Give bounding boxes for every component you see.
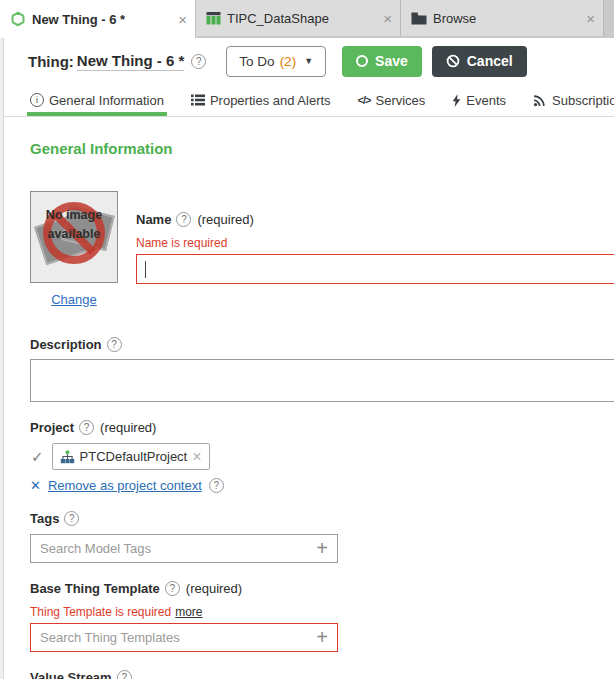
value-stream-label: Value Stream bbox=[30, 670, 112, 679]
name-field-wrapper bbox=[136, 254, 614, 284]
remove-project-context-link[interactable]: Remove as project context bbox=[48, 478, 202, 493]
help-icon[interactable]: ? bbox=[79, 420, 94, 435]
tab-label: General Information bbox=[49, 93, 164, 108]
bolt-icon bbox=[452, 94, 461, 107]
change-image-link[interactable]: Change bbox=[30, 292, 118, 307]
template-search-wrapper: + bbox=[30, 623, 338, 652]
add-icon[interactable]: + bbox=[307, 626, 337, 649]
entity-tab-datashape[interactable]: TIPC_DataShape × bbox=[196, 0, 401, 36]
description-label: Description bbox=[30, 337, 102, 352]
tab-general-information[interactable]: i General Information bbox=[30, 84, 164, 116]
entity-tab-browse[interactable]: Browse × bbox=[401, 0, 604, 36]
chevron-down-icon: ▼ bbox=[304, 56, 313, 66]
save-circle-icon bbox=[356, 55, 368, 67]
thing-hexagon-icon bbox=[10, 11, 26, 27]
todo-label: To Do bbox=[239, 54, 274, 69]
entity-name-input[interactable]: New Thing - 6 * bbox=[77, 52, 185, 71]
general-information-panel: General Information No image available C… bbox=[0, 140, 614, 679]
tab-label: Subscriptions bbox=[552, 93, 614, 108]
remove-x-icon[interactable]: ✕ bbox=[30, 478, 41, 493]
entity-header: Thing: New Thing - 6 * ? To Do (2) ▼ Sav… bbox=[0, 38, 614, 84]
open-entity-tabstrip: New Thing - 6 * × TIPC_DataShape × Brows… bbox=[0, 0, 614, 38]
close-icon[interactable]: × bbox=[168, 11, 187, 28]
thing-avatar-placeholder: No image available bbox=[30, 191, 118, 283]
text-caret bbox=[145, 261, 146, 278]
entity-tab-new-thing[interactable]: New Thing - 6 * × bbox=[0, 0, 196, 38]
help-icon[interactable]: ? bbox=[176, 212, 191, 227]
add-icon[interactable]: + bbox=[307, 537, 337, 560]
entity-nav-tabs: i General Information Properties and Ale… bbox=[0, 84, 614, 117]
project-chip: PTCDefaultProject × bbox=[52, 443, 210, 470]
project-label: Project bbox=[30, 420, 74, 435]
save-button[interactable]: Save bbox=[342, 46, 422, 77]
cancel-prohibition-icon bbox=[446, 54, 460, 68]
cancel-button[interactable]: Cancel bbox=[432, 46, 527, 77]
entity-type-label: Thing: bbox=[28, 53, 74, 70]
help-icon[interactable]: ? bbox=[191, 54, 206, 69]
subscriptions-icon bbox=[533, 94, 547, 107]
save-label: Save bbox=[375, 53, 408, 69]
tab-services[interactable]: </> Services bbox=[358, 84, 426, 116]
folder-icon bbox=[411, 12, 427, 25]
help-icon[interactable]: ? bbox=[107, 337, 122, 352]
tab-label: Events bbox=[466, 93, 506, 108]
code-icon: </> bbox=[358, 94, 371, 106]
remove-chip-icon[interactable]: × bbox=[192, 448, 201, 466]
tab-label: Properties and Alerts bbox=[210, 93, 331, 108]
section-heading: General Information bbox=[30, 140, 614, 157]
cancel-label: Cancel bbox=[467, 53, 513, 69]
error-more-link[interactable]: more bbox=[175, 605, 202, 619]
project-tree-icon bbox=[60, 450, 75, 464]
tab-properties-and-alerts[interactable]: Properties and Alerts bbox=[191, 84, 331, 116]
name-input[interactable] bbox=[137, 255, 614, 283]
tags-search-wrapper: + bbox=[30, 534, 338, 563]
datashape-icon bbox=[206, 11, 221, 25]
template-search-input[interactable] bbox=[31, 630, 307, 645]
base-thing-template-label: Base Thing Template bbox=[30, 581, 160, 596]
help-icon[interactable]: ? bbox=[165, 581, 180, 596]
tags-label: Tags bbox=[30, 511, 59, 526]
tab-label: Browse bbox=[433, 11, 476, 26]
tab-label: TIPC_DataShape bbox=[227, 11, 329, 26]
tags-search-input[interactable] bbox=[31, 541, 307, 556]
template-error-message: Thing Template is required bbox=[30, 605, 171, 619]
collapsed-side-panel[interactable] bbox=[0, 38, 4, 679]
no-image-text: No image available bbox=[31, 206, 117, 244]
todo-count: (2) bbox=[280, 54, 297, 69]
name-error-message: Name is required bbox=[136, 236, 614, 250]
tab-label: Services bbox=[376, 93, 426, 108]
help-icon[interactable]: ? bbox=[64, 511, 79, 526]
tab-label: New Thing - 6 * bbox=[32, 12, 125, 27]
required-suffix: (required) bbox=[100, 420, 156, 435]
check-icon: ✓ bbox=[31, 448, 44, 466]
list-icon bbox=[191, 94, 205, 106]
description-textarea[interactable] bbox=[30, 359, 614, 402]
required-suffix: (required) bbox=[186, 581, 242, 596]
tab-events[interactable]: Events bbox=[452, 84, 506, 116]
name-label: Name bbox=[136, 212, 171, 227]
info-icon: i bbox=[30, 93, 44, 107]
help-icon[interactable]: ? bbox=[209, 478, 224, 493]
required-suffix: (required) bbox=[197, 212, 253, 227]
tab-subscriptions[interactable]: Subscriptions bbox=[533, 84, 614, 116]
help-icon[interactable]: ? bbox=[117, 670, 132, 679]
close-icon[interactable]: × bbox=[576, 10, 595, 27]
project-chip-label: PTCDefaultProject bbox=[80, 449, 188, 464]
todo-dropdown-button[interactable]: To Do (2) ▼ bbox=[226, 46, 326, 77]
close-icon[interactable]: × bbox=[373, 10, 392, 27]
